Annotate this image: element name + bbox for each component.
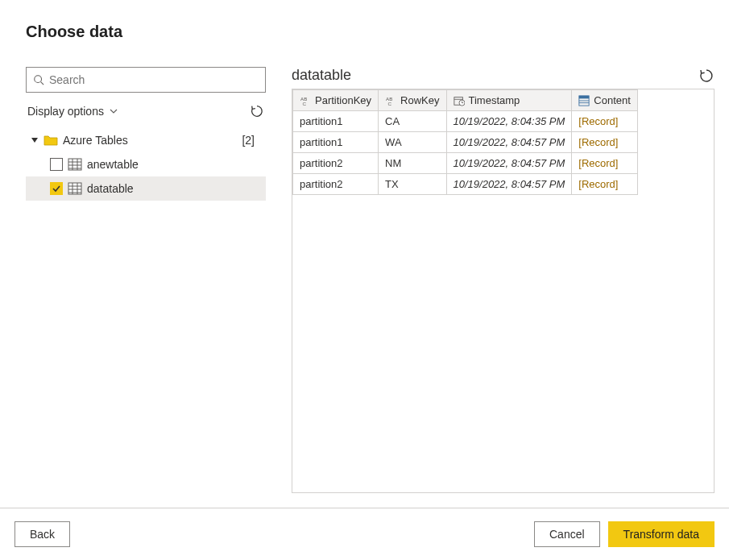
cell-row: WA: [379, 132, 446, 153]
svg-text:C: C: [303, 101, 307, 106]
refresh-icon: [698, 68, 715, 84]
datetime-type-icon: [454, 95, 465, 106]
display-options-label: Display options: [27, 105, 104, 118]
column-header-partitionkey[interactable]: ABC PartitionKey: [293, 90, 379, 111]
search-box[interactable]: [26, 67, 266, 93]
checkbox-checked[interactable]: [50, 182, 63, 195]
refresh-icon: [250, 104, 264, 118]
cell-timestamp: 10/19/2022, 8:04:57 PM: [446, 132, 572, 153]
cell-row: TX: [379, 174, 446, 195]
cell-timestamp: 10/19/2022, 8:04:57 PM: [446, 174, 572, 195]
record-type-icon: [578, 95, 590, 106]
table-icon: [68, 182, 82, 195]
refresh-nav-button[interactable]: [250, 104, 264, 118]
text-type-icon: ABC: [385, 95, 396, 106]
preview-table: ABC PartitionKey ABC RowKey: [292, 89, 638, 195]
cell-content-record[interactable]: [Record]: [572, 111, 638, 132]
chevron-down-icon: [109, 106, 118, 116]
cell-partition: partition1: [293, 132, 379, 153]
cell-row: CA: [379, 111, 446, 132]
checkbox-unchecked[interactable]: [50, 158, 63, 171]
transform-data-button[interactable]: Transform data: [608, 521, 715, 547]
search-input[interactable]: [49, 73, 259, 86]
cell-content-record[interactable]: [Record]: [572, 174, 638, 195]
column-header-timestamp[interactable]: Timestamp: [446, 90, 572, 111]
tree-item-label: anewtable: [87, 158, 139, 171]
svg-point-0: [35, 76, 42, 83]
folder-icon: [43, 134, 58, 147]
cell-partition: partition1: [293, 111, 379, 132]
cell-timestamp: 10/19/2022, 8:04:57 PM: [446, 153, 572, 174]
table-row[interactable]: partition2 NM 10/19/2022, 8:04:57 PM [Re…: [293, 153, 638, 174]
tree-root-azure-tables[interactable]: Azure Tables [2]: [26, 128, 266, 152]
refresh-preview-button[interactable]: [698, 68, 715, 84]
table-row[interactable]: partition1 CA 10/19/2022, 8:04:35 PM [Re…: [293, 111, 638, 132]
cell-content-record[interactable]: [Record]: [572, 153, 638, 174]
search-icon: [33, 74, 44, 85]
column-header-content[interactable]: Content: [572, 90, 638, 111]
text-type-icon: ABC: [300, 95, 311, 106]
cell-partition: partition2: [293, 174, 379, 195]
cell-timestamp: 10/19/2022, 8:04:35 PM: [446, 111, 572, 132]
tree-root-label: Azure Tables: [63, 134, 128, 147]
footer: Back Cancel Transform data: [0, 508, 729, 560]
column-header-rowkey[interactable]: ABC RowKey: [379, 90, 446, 111]
tree-item-datatable[interactable]: datatable: [26, 176, 266, 201]
preview-pane: datatable ABC PartitionKey: [280, 56, 729, 508]
table-icon: [68, 158, 82, 171]
navigator-pane: Display options Azure Tables [2]: [0, 56, 280, 508]
preview-title: datatable: [292, 67, 351, 84]
tree-root-count: [2]: [242, 134, 266, 147]
cell-content-record[interactable]: [Record]: [572, 132, 638, 153]
svg-text:C: C: [388, 101, 392, 106]
cancel-button[interactable]: Cancel: [534, 521, 600, 547]
display-options-dropdown[interactable]: Display options: [27, 105, 118, 118]
svg-rect-26: [579, 95, 589, 98]
tree-item-label: datatable: [87, 182, 134, 195]
back-button[interactable]: Back: [14, 521, 70, 547]
cell-partition: partition2: [293, 153, 379, 174]
svg-line-1: [41, 82, 44, 85]
caret-down-icon: [31, 136, 39, 144]
tree-item-anewtable[interactable]: anewtable: [26, 152, 266, 176]
page-title: Choose data: [26, 23, 703, 41]
table-row[interactable]: partition1 WA 10/19/2022, 8:04:57 PM [Re…: [293, 132, 638, 153]
cell-row: NM: [379, 153, 446, 174]
tree: Azure Tables [2] anewtable datatable: [26, 128, 266, 201]
table-row[interactable]: partition2 TX 10/19/2022, 8:04:57 PM [Re…: [293, 174, 638, 195]
